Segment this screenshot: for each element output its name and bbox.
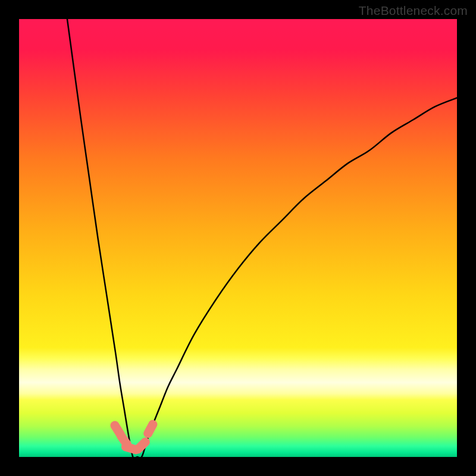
chart-frame: TheBottleneck.com bbox=[0, 0, 476, 476]
marker-point bbox=[142, 418, 159, 439]
plot-area bbox=[19, 19, 457, 457]
bottleneck-curve bbox=[19, 19, 457, 457]
watermark-text: TheBottleneck.com bbox=[359, 4, 468, 18]
